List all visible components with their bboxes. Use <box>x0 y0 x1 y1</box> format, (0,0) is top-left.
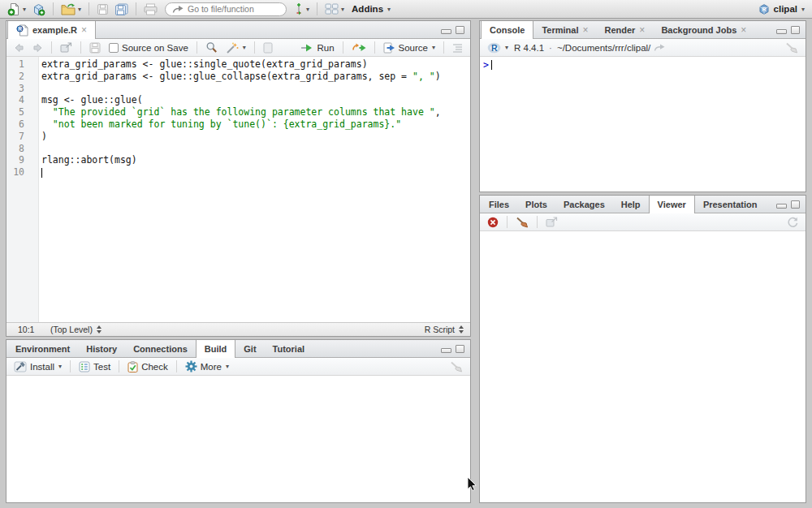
clear-all-viewer-button[interactable] <box>513 216 531 229</box>
addins-button[interactable]: Addins ▾ <box>348 3 392 15</box>
tab-files[interactable]: Files <box>481 196 517 213</box>
tab-viewer[interactable]: Viewer <box>649 196 695 213</box>
more-button[interactable]: More ▾ <box>183 359 231 373</box>
tab-history[interactable]: History <box>78 340 125 357</box>
chevron-down-icon[interactable]: ▾ <box>306 6 309 13</box>
run-button[interactable]: Run <box>297 42 336 54</box>
find-replace-button[interactable] <box>203 41 220 54</box>
tab-terminal[interactable]: Terminal× <box>533 21 596 38</box>
version-control-button[interactable]: ▾ <box>292 2 311 16</box>
source-on-save-toggle[interactable]: Source on Save <box>106 42 191 54</box>
r-version-menu[interactable]: R ▾ <box>485 41 511 54</box>
minimize-pane-button[interactable] <box>776 29 787 34</box>
forward-button[interactable] <box>30 42 45 54</box>
compile-report-button[interactable] <box>261 41 275 54</box>
code-line-9[interactable]: 9rlang::abort(msg) <box>6 154 470 166</box>
clear-build-button[interactable] <box>447 360 465 373</box>
open-file-button[interactable]: ▾ <box>59 2 83 16</box>
code-line-3[interactable]: 3 <box>6 83 470 95</box>
close-icon[interactable]: × <box>741 26 746 34</box>
code-line-4[interactable]: 4msg <- glue::glue( <box>6 94 470 106</box>
console-toolbar: R ▾ R 4.4.1 · ~/Documents/rrr/clipal/ <box>480 39 806 57</box>
tab-git[interactable]: Git <box>235 340 264 357</box>
scope-selector[interactable]: (Top Level) <box>50 325 102 334</box>
project-menu-button[interactable]: R clipal ▾ <box>756 2 806 16</box>
new-file-button[interactable]: ▾ <box>6 2 28 17</box>
tab-presentation[interactable]: Presentation <box>695 196 766 213</box>
maximize-pane-button[interactable] <box>456 26 464 34</box>
editor-toolbar: Source on Save ▾ Run Source ▾ <box>6 39 470 57</box>
chevron-down-icon[interactable]: ▾ <box>243 44 246 51</box>
tab-label: Console <box>490 25 525 35</box>
run-label: Run <box>317 43 334 53</box>
close-icon[interactable]: × <box>582 26 588 34</box>
tab-example-r[interactable]: R example.R × <box>7 21 96 39</box>
chevron-down-icon[interactable]: ▾ <box>58 363 62 370</box>
save-all-button[interactable] <box>113 2 130 16</box>
source-button[interactable]: Source ▾ <box>381 41 438 54</box>
code-editor[interactable]: 1extra_grid_params <- glue::single_quote… <box>6 57 470 322</box>
save-button[interactable] <box>95 2 110 16</box>
console-input-area[interactable]: > <box>480 57 806 192</box>
rerun-button[interactable] <box>349 42 369 54</box>
code-line-2[interactable]: 2extra_grid_params <- glue::glue_collaps… <box>6 71 470 83</box>
tab-build[interactable]: Build <box>196 340 236 358</box>
open-in-new-window-button[interactable] <box>58 41 75 54</box>
code-line-8[interactable]: 8 <box>6 143 470 155</box>
tab-connections[interactable]: Connections <box>125 340 196 357</box>
viewer-tabbar: FilesPlotsPackagesHelpViewerPresentation <box>480 196 806 213</box>
print-button[interactable] <box>142 2 159 16</box>
tab-plots[interactable]: Plots <box>517 196 555 213</box>
minimize-pane-button[interactable] <box>441 348 451 353</box>
tab-render[interactable]: Render× <box>596 21 653 38</box>
new-project-button[interactable] <box>30 2 47 17</box>
clear-viewer-button[interactable] <box>485 216 501 229</box>
code-line-5[interactable]: 5 "The provided `grid` has the following… <box>6 106 470 118</box>
clear-console-button[interactable] <box>783 41 801 54</box>
console-pane: ConsoleTerminal×Render×Background Jobs× … <box>479 20 806 192</box>
goto-file-function-input[interactable] <box>188 4 279 14</box>
chevron-down-icon[interactable]: ▾ <box>341 6 344 13</box>
install-button[interactable]: Install ▾ <box>11 360 64 373</box>
source-on-save-checkbox[interactable] <box>109 43 119 53</box>
minimize-pane-button[interactable] <box>441 29 451 34</box>
code-line-7[interactable]: 7) <box>6 131 470 143</box>
goto-file-function-box[interactable] <box>165 2 287 16</box>
code-line-1[interactable]: 1extra_grid_params <- glue::single_quote… <box>6 58 470 71</box>
back-button[interactable] <box>11 42 27 54</box>
minimize-pane-button[interactable] <box>776 204 787 209</box>
r-logo-icon: R <box>487 42 501 54</box>
tab-background-jobs[interactable]: Background Jobs× <box>653 21 754 38</box>
refresh-viewer-button[interactable] <box>784 216 801 229</box>
file-type-selector[interactable]: R Script <box>425 325 464 334</box>
save-file-button[interactable] <box>87 41 103 54</box>
maximize-pane-button[interactable] <box>456 345 464 353</box>
code-line-10[interactable]: 10 <box>6 166 470 179</box>
tab-console[interactable]: Console <box>481 21 533 39</box>
broom-icon <box>450 361 463 372</box>
check-button[interactable]: Check <box>125 360 171 373</box>
chevron-down-icon[interactable]: ▾ <box>505 44 508 51</box>
document-outline-button[interactable] <box>450 42 465 54</box>
tab-tutorial[interactable]: Tutorial <box>265 340 313 357</box>
goto-directory-icon[interactable] <box>654 43 665 52</box>
viewer-popout-button[interactable] <box>543 216 560 228</box>
maximize-pane-button[interactable] <box>791 26 800 34</box>
tab-packages[interactable]: Packages <box>555 196 613 213</box>
code-tools-button[interactable]: ▾ <box>223 41 248 54</box>
close-icon[interactable]: × <box>81 26 87 34</box>
chevron-down-icon[interactable]: ▾ <box>78 6 81 13</box>
source-editor-pane: R example.R × Source on Save <box>6 20 471 337</box>
chevron-down-icon[interactable]: ▾ <box>432 44 435 51</box>
maximize-pane-button[interactable] <box>791 200 800 209</box>
close-icon[interactable]: × <box>639 26 645 34</box>
tab-environment[interactable]: Environment <box>7 340 78 357</box>
tab-help[interactable]: Help <box>613 196 649 213</box>
chevron-down-icon[interactable]: ▾ <box>226 363 229 370</box>
workspace-panes-button[interactable]: ▾ <box>323 2 346 15</box>
tab-label: Viewer <box>658 200 686 209</box>
chevron-down-icon[interactable]: ▾ <box>23 6 26 13</box>
test-button[interactable]: Test <box>76 360 113 373</box>
code-line-6[interactable]: 6 "not been marked for tuning by `tune()… <box>6 118 470 131</box>
project-name: clipal <box>774 4 797 14</box>
